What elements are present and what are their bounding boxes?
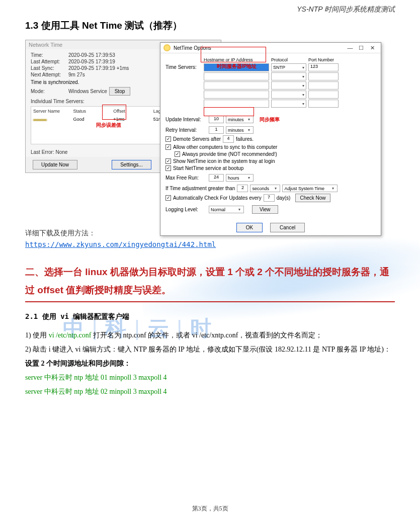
update-now-button[interactable]: Update Now	[33, 160, 77, 169]
start-boot-label: Start NetTime service at bootup	[173, 165, 243, 171]
host-input-4[interactable]	[204, 91, 269, 99]
nt-sync-status: Time is synchronized.	[31, 79, 79, 85]
th-port: Port Number	[308, 57, 339, 62]
host-input-5[interactable]	[204, 100, 269, 108]
nettime-options-window: NetTime Options — ☐ ✕ Time Servers: Host…	[160, 42, 381, 236]
nt-nextattempt-label: Next Attempt:	[31, 72, 68, 77]
autocheck-checkbox[interactable]: ✓	[165, 195, 171, 201]
page-number: 第3页，共5页	[0, 504, 420, 513]
port-input-5[interactable]	[308, 100, 339, 108]
host-input-2[interactable]	[204, 72, 269, 80]
download-link[interactable]: https://www.zkyuns.com/xingyedongtai/442…	[25, 240, 216, 248]
update-interval-unit[interactable]: minutes▾	[226, 116, 254, 123]
nt-lastattempt-label: Last Attempt:	[31, 59, 68, 64]
show-tray-label: Show NetTime icon in the system tray at …	[173, 158, 275, 164]
always-provide-label: Always provide time (NOT recommended!)	[182, 151, 277, 157]
ifadj-input[interactable]: 2	[237, 185, 248, 192]
port-input-1[interactable]: 123	[308, 63, 339, 71]
start-boot-checkbox[interactable]: ✓	[165, 165, 171, 171]
allow-other-label: Allow other computers to sync to this co…	[173, 144, 277, 150]
nt-lastattempt-value: 2020-09-25 17:39:19	[68, 59, 115, 64]
th-server: Server Name	[33, 109, 73, 114]
demote-checkbox[interactable]: ✓	[165, 136, 171, 142]
update-interval-label: Update Interval:	[165, 117, 207, 122]
cancel-button[interactable]: Cancel	[270, 223, 305, 232]
nt-mode-label: Mode:	[31, 89, 68, 94]
section-2-heading: 二、选择一台 linux 机器做为目标取时源，设置 1 个或 2 个不同地址的授…	[25, 263, 395, 302]
close-icon[interactable]: ✕	[367, 45, 378, 51]
host-red-label: 时间服务器IP地址	[217, 63, 257, 70]
show-tray-checkbox[interactable]: ✓	[165, 158, 171, 164]
port-input-4[interactable]	[308, 91, 339, 99]
demote-suffix: failures.	[236, 136, 254, 142]
body-paragraph-3: 设置 2 个时间源地址和同步间隙：	[25, 357, 395, 371]
th-protocol: Protocol	[271, 57, 306, 62]
nt-lasterror-label: Last Error:	[31, 149, 54, 155]
screenshot-area: Network Time Time:2020-09-25 17:39:53 La…	[25, 40, 395, 213]
always-provide-checkbox[interactable]: ✓	[175, 151, 180, 157]
view-button[interactable]: View	[252, 205, 278, 214]
section-2-1-heading: 2.1 使用 vi 编辑器配置客户端	[25, 312, 395, 321]
nt-time-value: 2020-09-25 17:39:53	[68, 52, 115, 58]
nt-lastsync-label: Last Sync:	[31, 65, 68, 71]
nt-lasterror-value: None	[55, 149, 67, 155]
autocheck-suffix: day(s)	[277, 195, 291, 201]
port-input-3[interactable]	[308, 81, 339, 90]
offset-red-label: 同步误差值	[96, 122, 121, 129]
port-input-2[interactable]	[308, 72, 339, 80]
retry-interval-input[interactable]: 1	[209, 126, 224, 134]
offset-highlight-box	[102, 105, 126, 120]
protocol-select-4[interactable]: ▾	[271, 91, 306, 99]
host-input-3[interactable]	[204, 81, 269, 90]
retry-interval-unit[interactable]: minutes▾	[226, 126, 254, 134]
protocol-select-2[interactable]: ▾	[271, 72, 306, 80]
ifadj-label: If Time adjustment greater than	[165, 186, 235, 191]
host-highlight-box	[201, 47, 266, 62]
chevron-down-icon: ▾	[302, 65, 306, 70]
section-1-3-title: 1.3 使用工具 Net Time 测试（推荐）	[25, 19, 395, 32]
nt-nextattempt-value: 9m 27s	[68, 72, 85, 77]
body-paragraph-1: 1) 使用 vi /etc/ntp.conf 打开名为 ntp.conf 的文件…	[25, 328, 395, 342]
allow-other-checkbox[interactable]: ✓	[165, 144, 171, 150]
maxfree-input[interactable]: 24	[209, 174, 224, 182]
protocol-select-1[interactable]: SNTP▾	[271, 63, 306, 71]
clock-icon	[163, 44, 171, 51]
body-paragraph-2: 2) 敲击 i 键进入 vi 编辑方式：键入 NTP 服务器的 IP 地址，修改…	[25, 342, 395, 357]
server-line-1: server 中科云时 ntp 地址 01 minpoll 3 maxpoll …	[25, 371, 395, 385]
logging-select[interactable]: Normal▾	[209, 206, 244, 213]
freq-red-label: 同步频率	[260, 116, 280, 123]
retry-interval-label: Retry Interval:	[165, 127, 207, 133]
vi-command: vi /etc/ntp.conf	[49, 331, 92, 339]
ifadj-unit[interactable]: seconds▾	[250, 185, 280, 192]
maxfree-unit[interactable]: hours▾	[226, 174, 254, 182]
protocol-select-5[interactable]: ▾	[271, 100, 306, 108]
ok-button[interactable]: OK	[236, 223, 263, 232]
logging-label: Logging Level:	[165, 207, 207, 212]
stop-button[interactable]: Stop	[109, 87, 131, 96]
check-now-button[interactable]: Check Now	[295, 194, 330, 202]
nt-time-label: Time:	[31, 52, 68, 58]
protocol-select-3[interactable]: ▾	[271, 81, 306, 90]
nt-mode-value: Windows Service	[68, 89, 107, 94]
ifadj-action[interactable]: Adjust System Time▾	[282, 185, 338, 192]
autocheck-input[interactable]: 7	[264, 194, 275, 202]
autocheck-label: Automatically Check For Updates every	[173, 195, 262, 201]
minimize-icon[interactable]: —	[345, 45, 356, 51]
update-interval-input[interactable]: 10	[209, 116, 224, 123]
time-servers-label: Time Servers:	[165, 57, 201, 70]
settings-button[interactable]: Settings...	[112, 160, 151, 169]
demote-label: Demote Servers after	[173, 136, 221, 142]
maxfree-label: Max Free Run:	[165, 175, 207, 181]
page-header: YS-NTP 时间同步系统精度测试	[25, 5, 395, 14]
maximize-icon[interactable]: ☐	[356, 45, 367, 51]
server-line-2: server 中科云时 ntp 地址 02 minpoll 3 maxpoll …	[25, 385, 395, 399]
nt-lastsync-value: 2020-09-25 17:39:19 +1ms	[68, 65, 129, 71]
demote-input[interactable]: 4	[223, 135, 234, 143]
freq-highlight-box	[204, 107, 254, 116]
